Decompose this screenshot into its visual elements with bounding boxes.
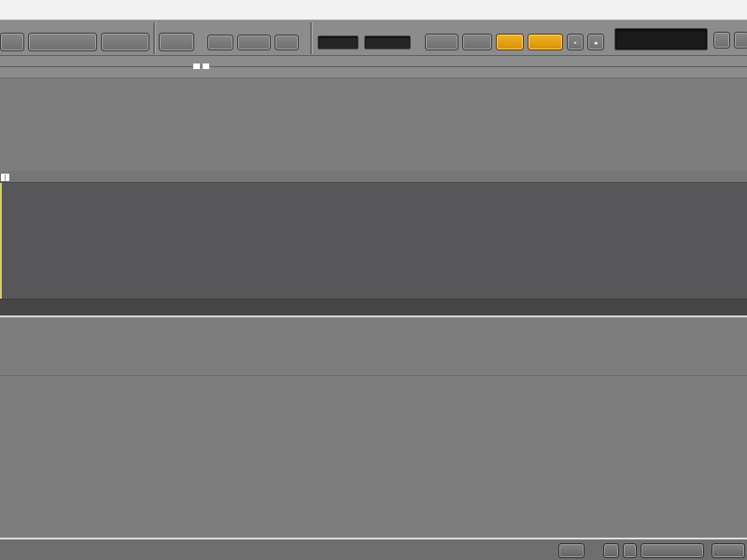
effect-section [0,317,747,375]
input-button[interactable] [159,33,194,51]
mixdown-button[interactable] [28,33,97,51]
overview-line [0,66,747,67]
playhead-line [0,183,2,299]
multitrackstudio-window: ▪ ● [0,0,747,560]
rew-dropdown[interactable] [286,31,306,38]
toolbar-divider [153,22,155,54]
beat-button[interactable] [496,34,524,50]
minimize-icon[interactable] [730,3,743,16]
pitch-button[interactable] [425,34,458,50]
editor-toolbar [0,299,747,315]
patch-button[interactable] [237,35,271,50]
toolbar-divider [310,22,312,54]
title-bar [0,0,747,21]
mon-button[interactable] [207,35,233,50]
empty-workspace [0,375,747,538]
bpm-display[interactable] [364,35,411,49]
record-mode-icon[interactable] [603,543,619,558]
waveform-editor[interactable] [0,183,747,299]
time-position-display[interactable] [614,28,708,50]
studio-button[interactable] [101,33,149,51]
step-back-button[interactable]: ▪ [567,34,584,50]
record-button[interactable]: ● [587,34,604,50]
overview-scroll-handle[interactable] [192,63,201,70]
snap-button[interactable] [462,34,492,50]
rewind-icon[interactable] [734,32,747,49]
help-button[interactable] [712,543,745,558]
editor-ruler[interactable] [0,171,747,183]
song-overview-strip[interactable] [0,56,747,78]
time-sig-display[interactable] [317,35,359,49]
track-list [0,78,747,171]
rol-button[interactable] [558,543,585,558]
main-toolbar: ▪ ● [0,21,747,56]
text-tool-button[interactable] [623,543,637,558]
status-bar [0,538,747,560]
loop-icon[interactable] [713,32,730,49]
track-menu-button[interactable] [0,33,24,51]
audio-waveform [0,183,747,299]
playhead-handle[interactable] [0,173,10,182]
automation-button[interactable] [641,543,704,558]
follow-button[interactable] [528,34,563,50]
overview-scroll-handle[interactable] [202,63,210,70]
